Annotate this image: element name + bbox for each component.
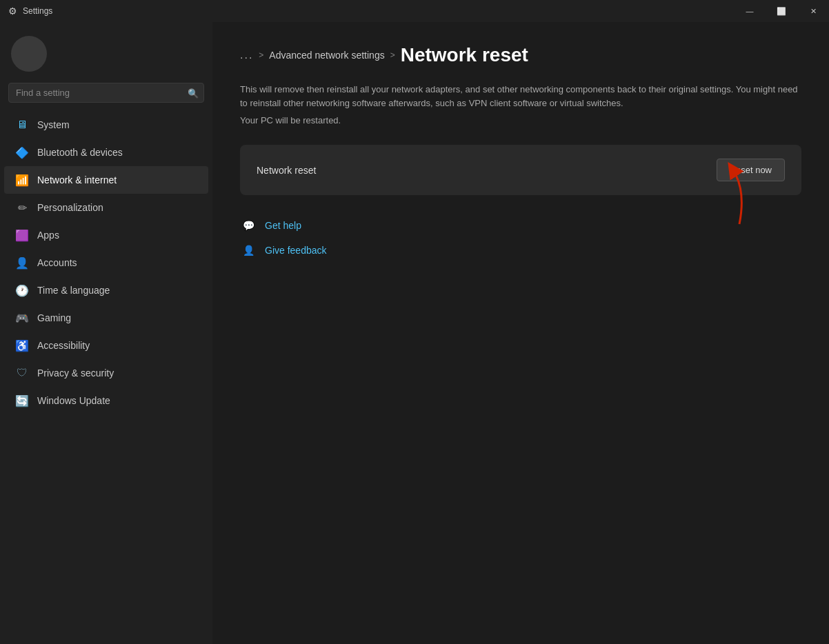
sidebar-item-label-privacy: Privacy & security <box>37 368 114 379</box>
system-icon: 🖥 <box>15 118 29 132</box>
sidebar-item-apps[interactable]: 🟪Apps <box>4 221 208 249</box>
gaming-icon: 🎮 <box>15 311 29 325</box>
search-input[interactable] <box>8 83 204 103</box>
sidebar-item-network[interactable]: 📶Network & internet <box>4 166 208 194</box>
personalization-icon: ✏ <box>15 201 29 214</box>
sidebar-item-system[interactable]: 🖥System <box>4 111 208 139</box>
accessibility-icon: ♿ <box>15 339 29 352</box>
sidebar-item-label-update: Windows Update <box>37 395 110 406</box>
titlebar-controls: — ⬜ ✕ <box>734 0 829 22</box>
titlebar-left: ⚙ Settings <box>8 6 52 17</box>
give-feedback-link[interactable]: 👤 Give feedback <box>240 242 801 259</box>
breadcrumb-dots[interactable]: ... <box>240 49 253 61</box>
sidebar-item-personalization[interactable]: ✏Personalization <box>4 194 208 221</box>
get-help-link[interactable]: 💬 Get help <box>240 217 801 234</box>
sidebar-search-container: 🔍 <box>8 83 204 103</box>
network-icon: 📶 <box>15 173 29 187</box>
get-help-label: Get help <box>265 220 301 231</box>
page-title: Network reset <box>401 44 528 66</box>
content-area: ... > Advanced network settings > Networ… <box>212 22 829 644</box>
avatar <box>11 36 47 72</box>
sidebar-profile <box>0 22 212 83</box>
search-icon: 🔍 <box>188 88 199 98</box>
sidebar-item-time[interactable]: 🕐Time & language <box>4 276 208 304</box>
sidebar-item-label-network: Network & internet <box>37 174 117 185</box>
sidebar-item-accounts[interactable]: 👤Accounts <box>4 249 208 276</box>
accounts-icon: 👤 <box>15 256 29 270</box>
reset-now-button[interactable]: Reset now <box>717 159 785 181</box>
give-feedback-label: Give feedback <box>265 245 327 256</box>
update-icon: 🔄 <box>15 394 29 407</box>
breadcrumb-sep2: > <box>390 50 395 60</box>
apps-icon: 🟪 <box>15 228 29 242</box>
restart-note: Your PC will be restarted. <box>240 115 801 125</box>
sidebar-item-label-system: System <box>37 119 70 130</box>
sidebar: 🔍 🖥System🔷Bluetooth & devices📶Network & … <box>0 22 212 644</box>
close-button[interactable]: ✕ <box>797 0 829 22</box>
sidebar-item-label-accounts: Accounts <box>37 257 77 268</box>
description-text: This will remove then reinstall all your… <box>240 83 801 110</box>
sidebar-nav: 🖥System🔷Bluetooth & devices📶Network & in… <box>0 108 212 644</box>
sidebar-item-label-accessibility: Accessibility <box>37 340 90 351</box>
give-feedback-icon: 👤 <box>240 242 257 259</box>
maximize-button[interactable]: ⬜ <box>766 0 797 22</box>
titlebar-title: Settings <box>23 6 52 16</box>
sidebar-item-label-bluetooth: Bluetooth & devices <box>37 147 123 158</box>
sidebar-item-label-gaming: Gaming <box>37 312 71 323</box>
sidebar-item-accessibility[interactable]: ♿Accessibility <box>4 332 208 359</box>
sidebar-item-label-time: Time & language <box>37 285 110 296</box>
app-layout: 🔍 🖥System🔷Bluetooth & devices📶Network & … <box>0 22 829 644</box>
titlebar: ⚙ Settings — ⬜ ✕ <box>0 0 829 22</box>
get-help-icon: 💬 <box>240 217 257 234</box>
time-icon: 🕐 <box>15 283 29 297</box>
network-reset-label: Network reset <box>257 165 316 176</box>
help-links: 💬 Get help 👤 Give feedback <box>240 217 801 259</box>
sidebar-item-bluetooth[interactable]: 🔷Bluetooth & devices <box>4 139 208 166</box>
settings-icon: ⚙ <box>8 6 17 17</box>
sidebar-item-label-personalization: Personalization <box>37 202 103 213</box>
breadcrumb-sep1: > <box>259 50 263 60</box>
network-reset-card: Network reset Reset now <box>240 145 801 195</box>
breadcrumb-link[interactable]: Advanced network settings <box>269 50 384 61</box>
minimize-button[interactable]: — <box>734 0 766 22</box>
breadcrumb: ... > Advanced network settings > Networ… <box>240 44 801 66</box>
bluetooth-icon: 🔷 <box>15 145 29 159</box>
sidebar-item-label-apps: Apps <box>37 230 59 241</box>
sidebar-item-gaming[interactable]: 🎮Gaming <box>4 304 208 332</box>
sidebar-item-privacy[interactable]: 🛡Privacy & security <box>4 359 208 387</box>
sidebar-item-update[interactable]: 🔄Windows Update <box>4 387 208 414</box>
privacy-icon: 🛡 <box>15 366 29 380</box>
